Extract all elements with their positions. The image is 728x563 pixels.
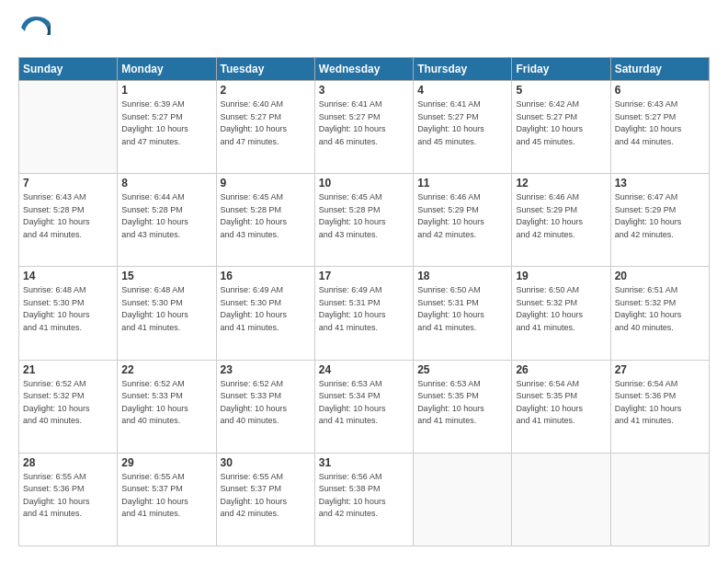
day-info: Sunrise: 6:56 AMSunset: 5:38 PMDaylight:…	[319, 471, 409, 521]
day-number: 15	[121, 270, 211, 282]
calendar-cell: 22Sunrise: 6:52 AMSunset: 5:33 PMDayligh…	[118, 360, 216, 453]
day-info: Sunrise: 6:55 AMSunset: 5:37 PMDaylight:…	[221, 471, 311, 521]
day-info: Sunrise: 6:48 AMSunset: 5:30 PMDaylight:…	[23, 284, 113, 334]
weekday-monday: Monday	[118, 58, 216, 81]
calendar-cell: 15Sunrise: 6:48 AMSunset: 5:30 PMDayligh…	[118, 267, 216, 360]
day-number: 4	[417, 84, 507, 97]
calendar-cell: 14Sunrise: 6:48 AMSunset: 5:30 PMDayligh…	[19, 267, 118, 360]
day-info: Sunrise: 6:50 AMSunset: 5:32 PMDaylight:…	[516, 284, 606, 334]
day-info: Sunrise: 6:54 AMSunset: 5:35 PMDaylight:…	[516, 378, 606, 428]
weekday-friday: Friday	[512, 58, 610, 81]
calendar-cell: 10Sunrise: 6:45 AMSunset: 5:28 PMDayligh…	[314, 174, 413, 267]
calendar-cell: 17Sunrise: 6:49 AMSunset: 5:31 PMDayligh…	[314, 267, 413, 360]
day-number: 21	[23, 363, 113, 376]
day-number: 9	[221, 177, 311, 190]
day-info: Sunrise: 6:45 AMSunset: 5:28 PMDaylight:…	[319, 191, 409, 241]
day-number: 14	[23, 270, 113, 282]
day-number: 25	[417, 363, 507, 376]
day-number: 27	[615, 363, 705, 376]
calendar-cell: 6Sunrise: 6:43 AMSunset: 5:27 PMDaylight…	[610, 81, 709, 174]
day-number: 19	[516, 270, 606, 282]
day-info: Sunrise: 6:52 AMSunset: 5:33 PMDaylight:…	[121, 378, 211, 428]
day-info: Sunrise: 6:45 AMSunset: 5:28 PMDaylight:…	[221, 191, 311, 241]
day-number: 8	[121, 177, 211, 190]
day-number: 18	[417, 270, 507, 282]
weekday-header-row: SundayMondayTuesdayWednesdayThursdayFrid…	[19, 58, 710, 81]
logo	[18, 17, 51, 46]
day-info: Sunrise: 6:41 AMSunset: 5:27 PMDaylight:…	[319, 98, 409, 148]
weekday-thursday: Thursday	[414, 58, 512, 81]
day-info: Sunrise: 6:52 AMSunset: 5:33 PMDaylight:…	[221, 378, 311, 428]
weekday-wednesday: Wednesday	[314, 58, 413, 81]
day-info: Sunrise: 6:42 AMSunset: 5:27 PMDaylight:…	[516, 98, 606, 148]
day-info: Sunrise: 6:53 AMSunset: 5:34 PMDaylight:…	[319, 378, 409, 428]
day-number: 7	[23, 177, 113, 190]
day-number: 12	[516, 177, 606, 190]
day-number: 26	[516, 363, 606, 376]
calendar-cell: 27Sunrise: 6:54 AMSunset: 5:36 PMDayligh…	[610, 360, 709, 453]
day-number: 16	[221, 270, 311, 282]
calendar-cell: 20Sunrise: 6:51 AMSunset: 5:32 PMDayligh…	[610, 267, 709, 360]
calendar-cell	[414, 453, 512, 546]
week-row-0: 1Sunrise: 6:39 AMSunset: 5:27 PMDaylight…	[19, 81, 710, 174]
weekday-sunday: Sunday	[19, 58, 118, 81]
day-info: Sunrise: 6:55 AMSunset: 5:37 PMDaylight:…	[121, 471, 211, 521]
day-number: 29	[121, 456, 211, 469]
calendar-cell: 7Sunrise: 6:43 AMSunset: 5:28 PMDaylight…	[19, 174, 118, 267]
calendar-cell: 25Sunrise: 6:53 AMSunset: 5:35 PMDayligh…	[414, 360, 512, 453]
calendar-body: 1Sunrise: 6:39 AMSunset: 5:27 PMDaylight…	[19, 81, 710, 546]
calendar-cell	[512, 453, 610, 546]
week-row-2: 14Sunrise: 6:48 AMSunset: 5:30 PMDayligh…	[19, 267, 710, 360]
day-number: 23	[221, 363, 311, 376]
calendar-cell: 28Sunrise: 6:55 AMSunset: 5:36 PMDayligh…	[19, 453, 118, 546]
day-info: Sunrise: 6:40 AMSunset: 5:27 PMDaylight:…	[221, 98, 311, 148]
calendar-cell: 31Sunrise: 6:56 AMSunset: 5:38 PMDayligh…	[314, 453, 413, 546]
day-number: 1	[121, 84, 211, 97]
calendar-cell: 12Sunrise: 6:46 AMSunset: 5:29 PMDayligh…	[512, 174, 610, 267]
day-number: 28	[23, 456, 113, 469]
header	[18, 17, 710, 46]
calendar-cell: 9Sunrise: 6:45 AMSunset: 5:28 PMDaylight…	[216, 174, 314, 267]
calendar-cell: 24Sunrise: 6:53 AMSunset: 5:34 PMDayligh…	[314, 360, 413, 453]
weekday-tuesday: Tuesday	[216, 58, 314, 81]
day-number: 30	[221, 456, 311, 469]
calendar-cell: 23Sunrise: 6:52 AMSunset: 5:33 PMDayligh…	[216, 360, 314, 453]
day-info: Sunrise: 6:49 AMSunset: 5:31 PMDaylight:…	[319, 284, 409, 334]
calendar-cell	[610, 453, 709, 546]
page: SundayMondayTuesdayWednesdayThursdayFrid…	[0, 0, 728, 563]
day-info: Sunrise: 6:50 AMSunset: 5:31 PMDaylight:…	[417, 284, 507, 334]
calendar-cell: 21Sunrise: 6:52 AMSunset: 5:32 PMDayligh…	[19, 360, 118, 453]
week-row-4: 28Sunrise: 6:55 AMSunset: 5:36 PMDayligh…	[19, 453, 710, 546]
day-number: 31	[319, 456, 409, 469]
calendar-cell: 2Sunrise: 6:40 AMSunset: 5:27 PMDaylight…	[216, 81, 314, 174]
day-info: Sunrise: 6:39 AMSunset: 5:27 PMDaylight:…	[121, 98, 211, 148]
calendar-cell: 3Sunrise: 6:41 AMSunset: 5:27 PMDaylight…	[314, 81, 413, 174]
day-number: 24	[319, 363, 409, 376]
day-number: 10	[319, 177, 409, 190]
week-row-3: 21Sunrise: 6:52 AMSunset: 5:32 PMDayligh…	[19, 360, 710, 453]
day-number: 22	[121, 363, 211, 376]
calendar-cell: 26Sunrise: 6:54 AMSunset: 5:35 PMDayligh…	[512, 360, 610, 453]
day-info: Sunrise: 6:54 AMSunset: 5:36 PMDaylight:…	[615, 378, 705, 428]
day-number: 2	[221, 84, 311, 97]
day-info: Sunrise: 6:43 AMSunset: 5:28 PMDaylight:…	[23, 191, 113, 241]
calendar-cell	[19, 81, 118, 174]
day-number: 20	[615, 270, 705, 282]
calendar-cell: 13Sunrise: 6:47 AMSunset: 5:29 PMDayligh…	[610, 174, 709, 267]
day-info: Sunrise: 6:44 AMSunset: 5:28 PMDaylight:…	[121, 191, 211, 241]
calendar-cell: 18Sunrise: 6:50 AMSunset: 5:31 PMDayligh…	[414, 267, 512, 360]
calendar-cell: 29Sunrise: 6:55 AMSunset: 5:37 PMDayligh…	[118, 453, 216, 546]
day-number: 13	[615, 177, 705, 190]
logo-icon	[21, 17, 51, 46]
calendar-cell: 8Sunrise: 6:44 AMSunset: 5:28 PMDaylight…	[118, 174, 216, 267]
calendar-cell: 30Sunrise: 6:55 AMSunset: 5:37 PMDayligh…	[216, 453, 314, 546]
day-number: 17	[319, 270, 409, 282]
day-info: Sunrise: 6:48 AMSunset: 5:30 PMDaylight:…	[121, 284, 211, 334]
day-number: 11	[417, 177, 507, 190]
day-info: Sunrise: 6:43 AMSunset: 5:27 PMDaylight:…	[615, 98, 705, 148]
day-info: Sunrise: 6:53 AMSunset: 5:35 PMDaylight:…	[417, 378, 507, 428]
calendar-cell: 19Sunrise: 6:50 AMSunset: 5:32 PMDayligh…	[512, 267, 610, 360]
day-info: Sunrise: 6:46 AMSunset: 5:29 PMDaylight:…	[516, 191, 606, 241]
week-row-1: 7Sunrise: 6:43 AMSunset: 5:28 PMDaylight…	[19, 174, 710, 267]
day-info: Sunrise: 6:41 AMSunset: 5:27 PMDaylight:…	[417, 98, 507, 148]
